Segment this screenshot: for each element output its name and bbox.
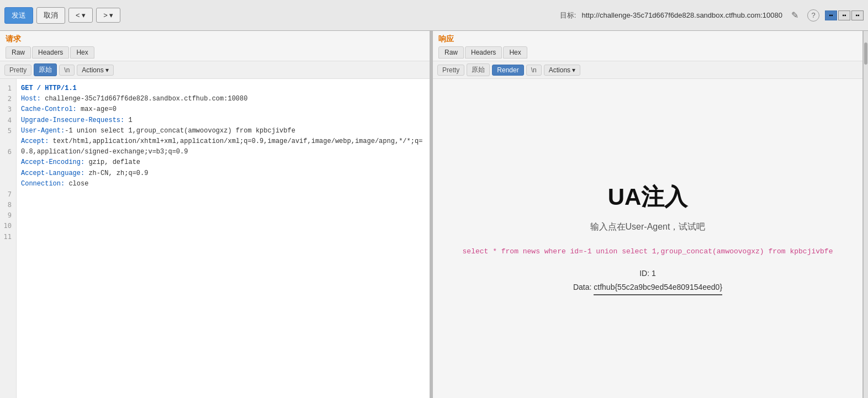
request-code-content[interactable]: GET / HTTP/1.1 Host: challenge-35c71d667… — [17, 79, 430, 398]
layout-buttons: ▪▪ ▪▪ ▪▪ — [825, 10, 864, 20]
right-scroll-indicator — [864, 31, 868, 398]
request-fmt-pretty[interactable]: Pretty — [4, 65, 31, 76]
request-tab-headers[interactable]: Headers — [32, 46, 69, 59]
response-fmt-newline[interactable]: \n — [526, 65, 542, 76]
layout-btn-split[interactable]: ▪▪ — [825, 10, 837, 20]
scroll-thumb — [864, 43, 867, 65]
toolbar: 发送 取消 < ▾ > ▾ 目标: http://challenge-35c71… — [0, 0, 868, 31]
response-fmt-pretty[interactable]: Pretty — [437, 65, 464, 76]
request-fmt-newline[interactable]: \n — [59, 65, 75, 76]
request-title: 请求 — [6, 34, 424, 44]
help-icon[interactable]: ? — [807, 9, 819, 22]
cancel-button[interactable]: 取消 — [36, 7, 65, 24]
render-subtitle: 输入点在User-Agent，试试吧 — [590, 221, 706, 233]
response-tabs: Raw Headers Hex — [438, 46, 857, 59]
render-query: select * from news where id=-1 union sel… — [463, 246, 833, 258]
edit-icon[interactable]: ✎ — [788, 9, 802, 22]
render-title: UA注入 — [608, 182, 688, 213]
request-panel: 请求 Raw Headers Hex Pretty 原始 \n Actions … — [0, 31, 431, 398]
response-actions-chevron: ▾ — [572, 66, 575, 74]
render-data: Data: ctfhub{55c2a9bc9ed54e809154eed0} — [573, 280, 722, 295]
request-tabs: Raw Headers Hex — [6, 46, 424, 59]
render-id: ID: 1 — [573, 267, 722, 280]
target-url: http://challenge-35c71d667f6de828.sandbo… — [581, 11, 782, 19]
send-button[interactable]: 发送 — [4, 7, 33, 24]
request-actions-chevron: ▾ — [105, 66, 109, 74]
rendered-content: UA注入 输入点在User-Agent，试试吧 select * from ne… — [433, 79, 862, 398]
response-header: 响应 Raw Headers Hex — [433, 31, 862, 61]
request-code-area[interactable]: 1 2 3 4 5 6 7 8 9 10 11 GET / HTTP/1.1 H… — [0, 79, 430, 398]
response-fmt-raw[interactable]: 原始 — [467, 63, 490, 76]
main-content: 请求 Raw Headers Hex Pretty 原始 \n Actions … — [0, 31, 868, 398]
request-actions-button[interactable]: Actions ▾ — [77, 65, 113, 76]
target-prefix: 目标: — [560, 10, 576, 20]
prev-button[interactable]: < ▾ — [68, 8, 93, 23]
request-actions-label: Actions — [82, 66, 103, 74]
layout-btn-left[interactable]: ▪▪ — [838, 10, 850, 20]
toolbar-left: 发送 取消 < ▾ > ▾ — [4, 7, 557, 24]
layout-btn-right[interactable]: ▪▪ — [851, 10, 864, 20]
response-tab-hex[interactable]: Hex — [503, 46, 527, 59]
request-format-bar: Pretty 原始 \n Actions ▾ — [0, 61, 430, 79]
request-line-numbers: 1 2 3 4 5 6 7 8 9 10 11 — [0, 79, 17, 398]
response-title: 响应 — [438, 34, 857, 44]
response-tab-headers[interactable]: Headers — [465, 46, 502, 59]
response-actions-button[interactable]: Actions ▾ — [544, 65, 580, 76]
response-render-area: UA注入 输入点在User-Agent，试试吧 select * from ne… — [433, 79, 862, 398]
request-tab-hex[interactable]: Hex — [70, 46, 94, 59]
render-result: ID: 1 Data: ctfhub{55c2a9bc9ed54e809154e… — [573, 267, 722, 295]
next-button[interactable]: > ▾ — [96, 8, 120, 23]
request-fmt-raw[interactable]: 原始 — [34, 63, 57, 76]
toolbar-right: 目标: http://challenge-35c71d667f6de828.sa… — [560, 9, 864, 22]
render-data-value: ctfhub{55c2a9bc9ed54e809154eed0} — [594, 280, 722, 295]
request-tab-raw[interactable]: Raw — [6, 46, 31, 59]
request-header: 请求 Raw Headers Hex — [0, 31, 430, 61]
response-fmt-render[interactable]: Render — [492, 65, 523, 76]
render-data-label: Data: — [573, 283, 591, 291]
response-panel: 响应 Raw Headers Hex Pretty 原始 Render \n A… — [433, 31, 864, 398]
response-format-bar: Pretty 原始 Render \n Actions ▾ — [433, 61, 862, 79]
response-actions-label: Actions — [549, 66, 570, 74]
response-tab-raw[interactable]: Raw — [438, 46, 464, 59]
